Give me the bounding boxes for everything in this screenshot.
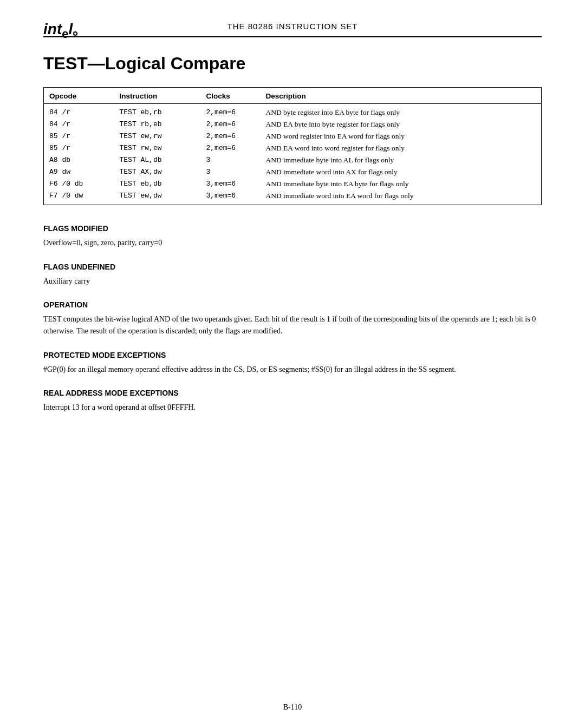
flags-undefined-body: Auxiliary carry xyxy=(43,276,542,287)
cell-clocks: 3,mem=6 xyxy=(201,178,261,190)
cell-opcode: A9 dw xyxy=(44,166,114,178)
table-row: A9 dwTEST AX,dw3AND immediate word into … xyxy=(44,166,542,178)
page: intel THE 80286 INSTRUCTION SET TEST—Log… xyxy=(0,0,585,728)
cell-clocks: 2,mem=6 xyxy=(201,142,261,154)
cell-opcode: 84 /r xyxy=(44,119,114,130)
cell-description: AND byte register into EA byte for flags… xyxy=(261,104,542,119)
col-header-instruction: Instruction xyxy=(114,88,201,104)
cell-instruction: TEST eb,rb xyxy=(114,104,201,119)
cell-opcode: 84 /r xyxy=(44,104,114,119)
cell-opcode: 85 /r xyxy=(44,142,114,154)
instruction-table: Opcode Instruction Clocks Description 84… xyxy=(43,87,542,205)
cell-description: AND EA byte into byte register for flags… xyxy=(261,119,542,130)
table-row: A8 dbTEST AL,db3AND immediate byte into … xyxy=(44,154,542,166)
real-address-title: REAL ADDRESS MODE EXCEPTIONS xyxy=(43,389,542,397)
table-header-row: Opcode Instruction Clocks Description xyxy=(44,88,542,104)
flags-modified-title: FLAGS MODIFIED xyxy=(43,224,542,233)
cell-instruction: TEST rb,eb xyxy=(114,119,201,130)
col-header-opcode: Opcode xyxy=(44,88,114,104)
header-title: THE 80286 INSTRUCTION SET xyxy=(227,22,358,31)
flags-undefined-title: FLAGS UNDEFINED xyxy=(43,263,542,271)
cell-description: AND immediate word into AX for flags onl… xyxy=(261,166,542,178)
table-row: 84 /rTEST rb,eb2,mem=6AND EA byte into b… xyxy=(44,119,542,130)
col-header-clocks: Clocks xyxy=(201,88,261,104)
table-row: 85 /rTEST rw,ew2,mem=6AND EA word into w… xyxy=(44,142,542,154)
cell-instruction: TEST AL,db xyxy=(114,154,201,166)
cell-instruction: TEST rw,ew xyxy=(114,142,201,154)
intel-logo: intel xyxy=(43,22,77,40)
page-header: intel THE 80286 INSTRUCTION SET xyxy=(43,22,542,37)
section-protected-mode: PROTECTED MODE EXCEPTIONS #GP(0) for an … xyxy=(43,351,542,376)
cell-clocks: 2,mem=6 xyxy=(201,119,261,130)
cell-clocks: 2,mem=6 xyxy=(201,130,261,142)
section-operation: OPERATION TEST computes the bit-wise log… xyxy=(43,300,542,337)
cell-clocks: 3,mem=6 xyxy=(201,190,261,205)
cell-clocks: 2,mem=6 xyxy=(201,104,261,119)
page-number: B-110 xyxy=(283,703,302,711)
flags-modified-body: Overflow=0, sign, zero, parity, carry=0 xyxy=(43,237,542,249)
cell-instruction: TEST ew,rw xyxy=(114,130,201,142)
logo-ring xyxy=(73,31,77,36)
table-row: 85 /rTEST ew,rw2,mem=6AND word register … xyxy=(44,130,542,142)
cell-instruction: TEST AX,dw xyxy=(114,166,201,178)
section-real-address: REAL ADDRESS MODE EXCEPTIONS Interrupt 1… xyxy=(43,389,542,414)
cell-description: AND word register into EA word for flags… xyxy=(261,130,542,142)
logo-text: intel xyxy=(43,22,73,40)
operation-title: OPERATION xyxy=(43,300,542,309)
col-header-description: Description xyxy=(261,88,542,104)
cell-opcode: F6 /0 db xyxy=(44,178,114,190)
protected-mode-body: #GP(0) for an illegal memory operand eff… xyxy=(43,364,542,376)
cell-opcode: 85 /r xyxy=(44,130,114,142)
cell-description: AND immediate byte into AL for flags onl… xyxy=(261,154,542,166)
section-flags-modified: FLAGS MODIFIED Overflow=0, sign, zero, p… xyxy=(43,224,542,249)
cell-description: AND EA word into word register for flags… xyxy=(261,142,542,154)
table-row: 84 /rTEST eb,rb2,mem=6AND byte register … xyxy=(44,104,542,119)
protected-mode-title: PROTECTED MODE EXCEPTIONS xyxy=(43,351,542,359)
cell-description: AND immediate word into EA word for flag… xyxy=(261,190,542,205)
cell-clocks: 3 xyxy=(201,154,261,166)
cell-opcode: F7 /0 dw xyxy=(44,190,114,205)
table-row: F7 /0 dwTEST ew,dw3,mem=6AND immediate w… xyxy=(44,190,542,205)
section-flags-undefined: FLAGS UNDEFINED Auxiliary carry xyxy=(43,263,542,287)
real-address-body: Interrupt 13 for a word operand at offse… xyxy=(43,402,542,414)
cell-description: AND immediate byte into EA byte for flag… xyxy=(261,178,542,190)
operation-body: TEST computes the bit-wise logical AND o… xyxy=(43,313,542,337)
table-row: F6 /0 dbTEST eb,db3,mem=6AND immediate b… xyxy=(44,178,542,190)
page-title: TEST—Logical Compare xyxy=(43,54,542,74)
cell-clocks: 3 xyxy=(201,166,261,178)
cell-instruction: TEST ew,dw xyxy=(114,190,201,205)
cell-opcode: A8 db xyxy=(44,154,114,166)
cell-instruction: TEST eb,db xyxy=(114,178,201,190)
page-footer: B-110 xyxy=(0,703,585,712)
